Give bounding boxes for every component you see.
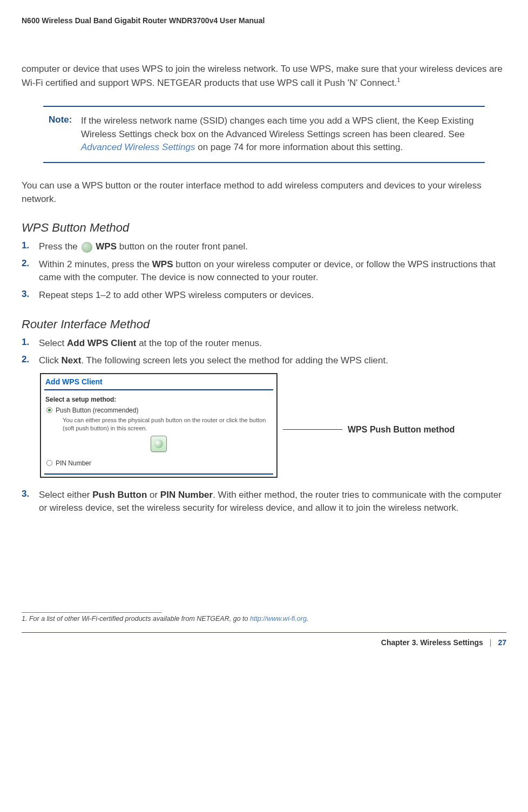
note-link[interactable]: Advanced Wireless Settings: [81, 142, 195, 152]
step-post: . The following screen lets you select t…: [81, 355, 388, 366]
divider: [44, 473, 273, 475]
footnote-tail: .: [307, 615, 308, 622]
wps-button-steps: 1. Press the WPS button on the router fr…: [22, 240, 506, 302]
step-post: at the top of the router menus.: [136, 338, 261, 348]
note-after-link: on page 74 for more information about th…: [195, 142, 403, 152]
footer: Chapter 3. Wireless Settings | 27: [22, 633, 506, 647]
footer-page: 27: [498, 638, 506, 647]
footnote-separator: [22, 612, 162, 613]
step-pre: Select either: [39, 490, 92, 500]
wps-icon: [154, 439, 163, 448]
running-head: N600 Wireless Dual Band Gigabit Router W…: [22, 16, 506, 25]
step-pre: Select: [39, 338, 67, 348]
step-bold: WPS: [152, 259, 173, 269]
note-text: If the wireless network name (SSID) chan…: [81, 114, 479, 154]
screenshot-row: Add WPS Client Select a setup method: Pu…: [40, 373, 506, 478]
router-interface-step3: 3. Select either Push Button or PIN Numb…: [22, 489, 506, 515]
step-post: button on the router front panel.: [117, 241, 248, 252]
annotation-line: [283, 429, 342, 430]
radio-push-button[interactable]: Push Button (recommended): [41, 405, 276, 415]
list-item: 2. Within 2 minutes, press the WPS butto…: [22, 258, 506, 285]
intro-text: computer or device that uses WPS to join…: [22, 64, 503, 87]
step-text: Select Add WPS Client at the top of the …: [39, 337, 506, 350]
step-bold: PIN Number: [160, 490, 213, 500]
step-pre: Click: [39, 355, 62, 366]
screenshot-title: Add WPS Client: [41, 374, 276, 388]
note-label: Note:: [49, 114, 81, 154]
wps-icon: [82, 242, 92, 253]
intro-paragraph: computer or device that uses WPS to join…: [22, 63, 506, 90]
annotation-text: WPS Push Button method: [348, 425, 455, 435]
radio-icon: [46, 407, 52, 413]
step-number: 3.: [22, 289, 33, 300]
router-interface-steps: 1. Select Add WPS Client at the top of t…: [22, 337, 506, 368]
add-wps-client-screenshot: Add WPS Client Select a setup method: Pu…: [40, 373, 277, 478]
section-router-interface-method: Router Interface Method: [22, 317, 506, 331]
step-number: 1.: [22, 337, 33, 348]
list-item: 3. Repeat steps 1–2 to add other WPS wir…: [22, 289, 506, 302]
footnote: 1. For a list of other Wi-Fi-certified p…: [22, 615, 506, 622]
footer-chapter: Chapter 3. Wireless Settings: [381, 638, 483, 647]
list-item: 3. Select either Push Button or PIN Numb…: [22, 489, 506, 515]
step-text: Within 2 minutes, press the WPS button o…: [39, 258, 506, 285]
step-text: Press the WPS button on the router front…: [39, 240, 506, 254]
radio-icon: [46, 460, 52, 466]
step-pre: Press the: [39, 241, 80, 252]
step-number: 2.: [22, 258, 33, 269]
step-bold: Next: [62, 355, 82, 366]
note-box: Note: If the wireless network name (SSID…: [43, 106, 485, 163]
step-bold: WPS: [96, 241, 117, 252]
step-text: Repeat steps 1–2 to add other WPS wirele…: [39, 289, 506, 302]
list-item: 1. Press the WPS button on the router fr…: [22, 240, 506, 254]
footnote-text: For a list of other Wi-Fi-certified prod…: [29, 615, 250, 622]
step-bold: Add WPS Client: [67, 338, 136, 348]
push-button-help-text: You can either press the physical push b…: [41, 415, 276, 436]
list-item: 1. Select Add WPS Client at the top of t…: [22, 337, 506, 350]
note-before-link: If the wireless network name (SSID) chan…: [81, 116, 474, 139]
step-number: 1.: [22, 240, 33, 251]
select-method-label: Select a setup method:: [41, 396, 276, 405]
step-number: 3.: [22, 489, 33, 499]
footnote-link[interactable]: http://www.wi-fi.org: [250, 615, 307, 622]
footnote-num: 1.: [22, 615, 29, 622]
after-note-paragraph: You can use a WPS button or the router i…: [22, 179, 506, 206]
step-text: Click Next. The following screen lets yo…: [39, 354, 506, 368]
radio-label: Push Button (recommended): [56, 407, 138, 414]
step-number: 2.: [22, 354, 33, 365]
footer-separator: |: [490, 638, 492, 647]
step-mid: or: [147, 490, 160, 500]
step-bold: Push Button: [92, 490, 147, 500]
radio-pin-number[interactable]: PIN Number: [41, 458, 276, 472]
footnote-ref: 1: [397, 77, 400, 83]
section-wps-button-method: WPS Button Method: [22, 221, 506, 235]
divider: [44, 389, 273, 390]
annotation: WPS Push Button method: [283, 373, 506, 435]
radio-label: PIN Number: [56, 459, 91, 467]
list-item: 2. Click Next. The following screen lets…: [22, 354, 506, 368]
step-pre: Within 2 minutes, press the: [39, 259, 152, 269]
step-text: Select either Push Button or PIN Number.…: [39, 489, 506, 515]
soft-wps-button[interactable]: [151, 436, 167, 452]
